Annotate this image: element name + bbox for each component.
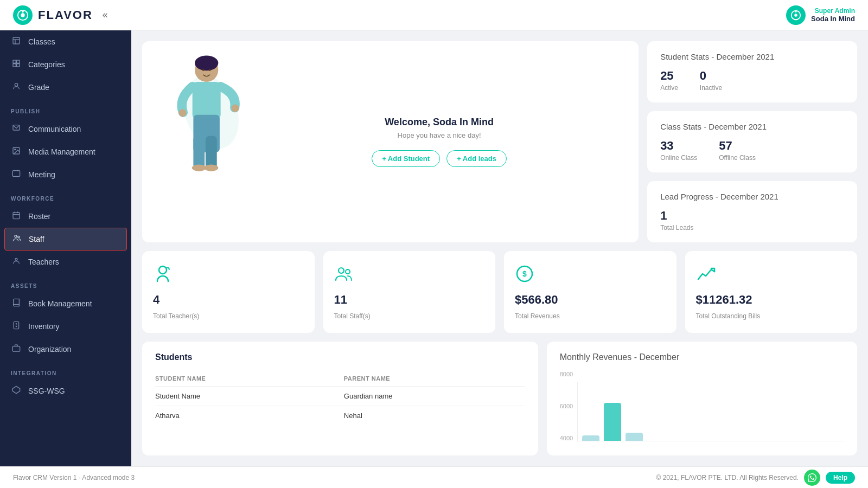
- revenues-label: Total Revenues: [515, 312, 666, 320]
- student-stat-values: 25 Active 0 Inactive: [660, 69, 844, 92]
- inactive-students: 0 Inactive: [700, 69, 722, 92]
- sidebar-item-media[interactable]: Media Management: [0, 140, 131, 163]
- svg-point-37: [179, 109, 187, 117]
- class-stat-values: 33 Online Class 57 Offline Class: [660, 139, 844, 162]
- sidebar-label-inventory: Inventory: [28, 322, 60, 331]
- sidebar-item-ssg-wsg[interactable]: SSG-WSG: [0, 380, 131, 402]
- metric-teachers: 4 Total Teacher(s): [142, 251, 315, 333]
- online-label: Online Class: [660, 154, 697, 162]
- sidebar-item-roster[interactable]: Roster: [0, 205, 131, 228]
- svg-point-24: [15, 235, 17, 237]
- meeting-icon: [11, 169, 22, 180]
- whatsapp-button[interactable]: [804, 470, 820, 486]
- svg-text:$: $: [522, 269, 527, 278]
- stats-column: Student Stats - December 2021 25 Active …: [647, 41, 857, 242]
- user-info-area: Super Admin Soda In Mind: [786, 5, 855, 25]
- bottom-row: Students STUDENT NAME PARENT NAME Studen…: [142, 342, 857, 455]
- svg-rect-6: [13, 37, 20, 44]
- svg-point-2: [22, 10, 24, 12]
- svg-point-26: [15, 258, 17, 260]
- sidebar-item-categories[interactable]: Categories: [0, 53, 131, 76]
- sidebar-label-categories: Categories: [28, 60, 65, 69]
- y-label-6000: 6000: [560, 403, 573, 409]
- svg-point-48: [346, 269, 350, 274]
- add-student-button[interactable]: + Add Student: [372, 150, 440, 167]
- footer: Flavor CRM Version 1 - Advanced mode 3 ©…: [0, 466, 868, 488]
- svg-point-30: [16, 326, 16, 326]
- logo-icon: [13, 5, 33, 25]
- sidebar-item-book-management[interactable]: Book Management: [0, 292, 131, 315]
- help-button[interactable]: Help: [826, 472, 855, 484]
- svg-point-4: [794, 14, 797, 17]
- staff-icon: [11, 234, 22, 245]
- revenues-metric-icon: $: [515, 264, 666, 287]
- ssg-icon: [11, 386, 22, 396]
- metric-row: 4 Total Teacher(s) 11 Total Staff(s): [142, 251, 857, 333]
- staff-label: Total Staff(s): [334, 312, 485, 320]
- offline-label: Offline Class: [719, 154, 756, 162]
- user-role: Super Admin: [811, 7, 855, 15]
- logo-area: FLAVOR «: [13, 5, 108, 25]
- svg-point-45: [209, 69, 210, 71]
- sidebar-label-roster: Roster: [28, 212, 50, 221]
- section-publish: PUBLISH: [0, 99, 131, 118]
- collapse-button[interactable]: «: [103, 9, 108, 21]
- sidebar-label-meeting: Meeting: [28, 170, 55, 179]
- online-count: 33: [660, 139, 697, 153]
- revenue-title: Monthly Revenues - December: [560, 352, 844, 362]
- y-label-8000: 8000: [560, 371, 573, 377]
- class-stats-card: Class Stats - December 2021 33 Online Cl…: [647, 111, 857, 172]
- svg-point-42: [192, 165, 206, 171]
- layout: Classes Categories Grade PUBLISH Communi…: [0, 30, 868, 466]
- lead-progress-title: Lead Progress - December 2021: [660, 192, 844, 201]
- sidebar-item-meeting[interactable]: Meeting: [0, 163, 131, 186]
- svg-rect-11: [13, 64, 16, 67]
- metric-revenues: $ $566.80 Total Revenues: [504, 251, 676, 333]
- metric-bills: $11261.32 Total Outstanding Bills: [685, 251, 858, 333]
- sidebar: Classes Categories Grade PUBLISH Communi…: [0, 30, 131, 466]
- chart-bar-2: [626, 433, 643, 441]
- communication-icon: [11, 124, 22, 134]
- student-name-cell: Atharva: [155, 406, 344, 426]
- section-integration: INTEGRATION: [0, 361, 131, 380]
- sidebar-item-teachers[interactable]: Teachers: [0, 251, 131, 273]
- col-student-name: STUDENT NAME: [155, 371, 344, 387]
- svg-point-43: [204, 165, 218, 171]
- svg-rect-12: [17, 64, 20, 67]
- sidebar-item-classes[interactable]: Classes: [0, 30, 131, 53]
- media-icon: [11, 146, 22, 157]
- sidebar-label-staff: Staff: [29, 235, 44, 243]
- revenue-card: Monthly Revenues - December 8000 6000 40…: [547, 342, 857, 455]
- sidebar-item-organization[interactable]: Organization: [0, 338, 131, 361]
- header: FLAVOR « Super Admin Soda In Mind: [0, 0, 868, 30]
- staff-count: 11: [334, 293, 485, 307]
- leads-label: Total Leads: [660, 224, 693, 232]
- welcome-title: Welcome, Soda In Mind: [372, 117, 507, 128]
- student-name-cell: Student Name: [155, 387, 344, 406]
- revenues-amount: $566.80: [515, 293, 666, 307]
- svg-point-5: [795, 11, 797, 12]
- sidebar-label-media: Media Management: [28, 147, 95, 156]
- copyright-text: © 2021, FLAVOR PTE. LTD. All Rights Rese…: [656, 474, 799, 481]
- online-class: 33 Online Class: [660, 139, 697, 162]
- sidebar-label-classes: Classes: [28, 37, 55, 46]
- footer-right: © 2021, FLAVOR PTE. LTD. All Rights Rese…: [656, 470, 855, 486]
- y-axis: 8000 6000 4000: [560, 371, 573, 441]
- user-avatar: [786, 5, 806, 25]
- bills-metric-icon: [696, 264, 847, 287]
- sidebar-item-inventory[interactable]: Inventory: [0, 315, 131, 338]
- grade-icon: [11, 82, 22, 93]
- metric-staff: 11 Total Staff(s): [323, 251, 496, 333]
- bars-area: [577, 371, 844, 441]
- section-assets: ASSETS: [0, 273, 131, 292]
- sidebar-item-grade[interactable]: Grade: [0, 76, 131, 99]
- welcome-text: Welcome, Soda In Mind Hope you have a ni…: [372, 117, 507, 167]
- categories-icon: [11, 59, 22, 70]
- svg-point-38: [232, 105, 239, 112]
- student-stats-card: Student Stats - December 2021 25 Active …: [647, 41, 857, 102]
- sidebar-label-organization: Organization: [28, 345, 71, 354]
- sidebar-item-staff[interactable]: Staff: [4, 228, 127, 251]
- sidebar-item-communication[interactable]: Communication: [0, 118, 131, 140]
- student-stats-period: - December 2021: [711, 52, 774, 61]
- add-leads-button[interactable]: + Add leads: [446, 150, 507, 167]
